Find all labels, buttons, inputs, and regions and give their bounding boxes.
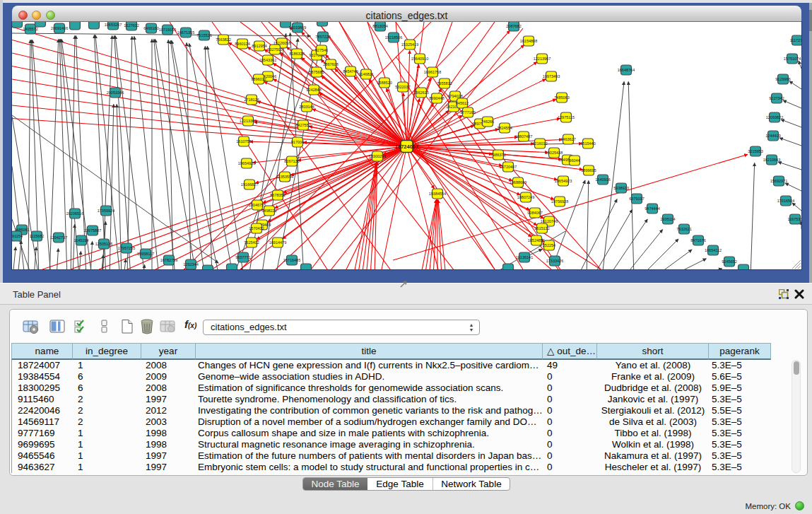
- svg-text:1244419: 1244419: [765, 134, 780, 138]
- svg-text:8427552: 8427552: [295, 123, 310, 127]
- svg-text:6379197: 6379197: [629, 197, 644, 201]
- svg-text:7857224: 7857224: [315, 35, 330, 39]
- svg-text:8813054: 8813054: [372, 24, 387, 28]
- svg-text:391154: 391154: [12, 234, 23, 238]
- svg-text:18524851: 18524851: [528, 238, 545, 243]
- svg-text:17333426: 17333426: [546, 259, 563, 263]
- svg-text:16033809: 16033809: [289, 25, 306, 30]
- svg-text:9242848: 9242848: [306, 88, 321, 92]
- svg-text:12505135: 12505135: [95, 242, 112, 246]
- svg-text:2087682: 2087682: [506, 24, 521, 28]
- svg-text:9245652: 9245652: [722, 259, 736, 264]
- svg-text:7563822: 7563822: [216, 37, 230, 42]
- svg-text:1615132: 1615132: [534, 226, 549, 230]
- svg-text:1167533: 1167533: [787, 217, 801, 221]
- svg-text:16136141: 16136141: [516, 255, 533, 259]
- svg-text:9777169: 9777169: [460, 110, 475, 115]
- svg-text:17957255: 17957255: [118, 246, 135, 250]
- svg-text:2718126: 2718126: [244, 98, 259, 102]
- svg-text:19654923: 19654923: [555, 179, 572, 183]
- svg-text:15720407: 15720407: [500, 165, 517, 169]
- svg-text:9463627: 9463627: [560, 137, 575, 141]
- svg-text:1117270: 1117270: [790, 38, 801, 42]
- svg-text:18807249: 18807249: [517, 195, 534, 199]
- svg-text:15640910: 15640910: [411, 57, 428, 61]
- svg-text:16648764: 16648764: [618, 68, 635, 72]
- svg-text:17359924: 17359924: [98, 209, 114, 213]
- svg-text:16914479: 16914479: [269, 240, 286, 245]
- svg-text:10807487: 10807487: [515, 134, 532, 139]
- svg-text:12213967: 12213967: [534, 57, 551, 61]
- svg-text:5875685: 5875685: [309, 70, 324, 74]
- svg-text:10688609: 10688609: [510, 180, 526, 185]
- svg-text:17016504: 17016504: [777, 199, 794, 203]
- svg-text:8267130: 8267130: [284, 159, 299, 163]
- svg-text:10958117: 10958117: [137, 252, 154, 256]
- svg-text:9474444: 9474444: [645, 206, 659, 211]
- svg-text:12093822: 12093822: [766, 115, 783, 119]
- svg-text:2935114: 2935114: [660, 217, 675, 221]
- svg-text:96044: 96044: [569, 158, 579, 163]
- svg-text:8454749: 8454749: [343, 69, 358, 74]
- svg-text:9129966: 9129966: [775, 77, 790, 81]
- svg-text:3215953: 3215953: [748, 149, 763, 153]
- svg-text:10654112: 10654112: [705, 248, 722, 252]
- svg-text:16671355: 16671355: [177, 30, 194, 35]
- svg-text:19218506: 19218506: [385, 35, 402, 40]
- svg-text:23975887: 23975887: [84, 228, 101, 233]
- svg-text:16961758: 16961758: [424, 70, 441, 74]
- svg-text:9515440: 9515440: [580, 141, 595, 146]
- svg-text:1115682: 1115682: [30, 234, 45, 238]
- svg-text:12213369: 12213369: [240, 119, 257, 123]
- svg-text:16154808: 16154808: [520, 39, 537, 43]
- svg-text:8960124: 8960124: [235, 42, 249, 46]
- svg-text:9084067: 9084067: [527, 211, 542, 215]
- svg-text:9227342: 9227342: [769, 96, 784, 100]
- svg-text:8471676: 8471676: [690, 238, 705, 243]
- svg-text:10973493: 10973493: [543, 74, 560, 78]
- svg-text:8186328: 8186328: [289, 52, 304, 56]
- svg-text:1527602: 1527602: [124, 23, 139, 28]
- svg-text:20053346: 20053346: [107, 90, 124, 95]
- svg-text:917004: 917004: [291, 140, 304, 144]
- svg-text:16782759: 16782759: [160, 258, 177, 262]
- svg-text:19654925: 19654925: [238, 161, 255, 165]
- svg-text:16543362: 16543362: [259, 58, 276, 62]
- svg-text:11353594: 11353594: [276, 175, 293, 179]
- svg-text:6794028: 6794028: [447, 94, 462, 98]
- svg-text:19384554: 19384554: [429, 192, 446, 196]
- svg-text:15716485: 15716485: [283, 258, 300, 262]
- svg-text:9899695: 9899695: [581, 168, 596, 173]
- svg-text:16120746: 16120746: [541, 219, 558, 223]
- svg-text:3824554: 3824554: [497, 126, 512, 130]
- svg-text:1640916: 1640916: [595, 177, 610, 182]
- svg-text:10719155: 10719155: [159, 28, 176, 32]
- svg-text:1292344: 1292344: [183, 262, 198, 267]
- svg-text:10653267: 10653267: [105, 23, 122, 27]
- svg-text:6466160: 6466160: [143, 26, 158, 30]
- svg-text:1610755: 1610755: [236, 139, 251, 144]
- svg-text:9896012: 9896012: [251, 77, 266, 81]
- svg-text:12975115: 12975115: [558, 115, 575, 119]
- svg-text:7485063: 7485063: [554, 95, 569, 100]
- svg-text:5322037: 5322037: [395, 85, 410, 89]
- svg-text:7632621: 7632621: [676, 227, 691, 231]
- svg-text:10025438: 10025438: [546, 151, 563, 155]
- svg-text:9327503: 9327503: [267, 47, 282, 52]
- svg-text:746266: 746266: [481, 119, 494, 124]
- svg-text:15325419: 15325419: [401, 42, 418, 47]
- svg-text:2803144: 2803144: [299, 105, 314, 109]
- svg-text:1570432: 1570432: [249, 226, 264, 230]
- svg-text:20691406: 20691406: [51, 26, 68, 30]
- svg-text:15692971: 15692971: [770, 179, 787, 183]
- svg-text:252254: 252254: [543, 243, 555, 247]
- svg-text:5938923: 5938923: [613, 186, 628, 190]
- svg-text:10046755: 10046755: [249, 203, 266, 207]
- svg-text:19166827: 19166827: [241, 182, 258, 187]
- svg-text:15751074: 15751074: [784, 57, 801, 61]
- svg-text:5498222: 5498222: [261, 209, 276, 213]
- svg-text:845612: 845612: [456, 101, 469, 105]
- svg-text:927546: 927546: [315, 48, 328, 52]
- svg-text:20206516: 20206516: [66, 211, 83, 216]
- svg-text:7986372: 7986372: [490, 153, 505, 157]
